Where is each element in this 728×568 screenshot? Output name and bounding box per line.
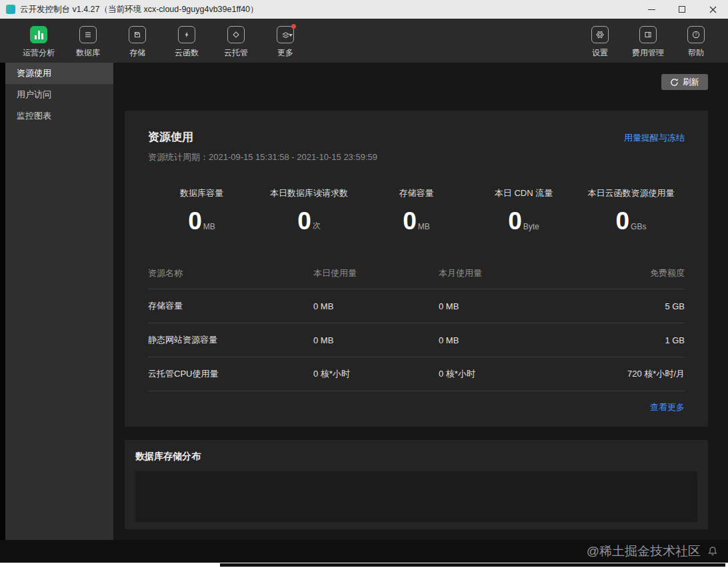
analytics-icon (30, 26, 47, 43)
window-controls (636, 0, 728, 19)
cloud-hosting-icon (227, 26, 245, 43)
stat-cloud-function-usage: 本日云函数资源使用量 0GBs (577, 187, 685, 231)
table-row: 云托管CPU使用量 0 核*小时 0 核*小时 720 核*小时/月 (148, 357, 685, 391)
col-header: 资源名称 (148, 267, 313, 279)
sidebar: 资源使用 用户访问 监控图表 (5, 63, 113, 540)
maximize-button[interactable] (667, 0, 697, 19)
sidebar-item-monitor-charts[interactable]: 监控图表 (5, 105, 113, 127)
stat-db-read-requests: 本日数据库读请求数 0次 (255, 187, 363, 231)
close-button[interactable] (697, 0, 728, 19)
cell-resource-name: 存储容量 (148, 300, 313, 312)
view-more-link[interactable]: 查看更多 (650, 402, 685, 412)
bell-icon (707, 545, 719, 557)
refresh-label: 刷新 (683, 77, 699, 88)
cell-resource-name: 静态网站资源容量 (148, 334, 313, 346)
cell-today-usage: 0 MB (313, 335, 439, 345)
resource-usage-card: 资源使用 资源统计周期：2021-09-15 15:31:58 - 2021-1… (125, 111, 708, 427)
table-row: 静态网站资源容量 0 MB 0 MB 1 GB (148, 323, 685, 357)
db-storage-card: 数据库存储分布 (125, 440, 708, 529)
gear-icon (591, 26, 609, 43)
titlebar: 云开发控制台 v1.4.27（当前环境 xcx-cloud-9guyg4vb39… (0, 0, 728, 19)
toolbar-item-cloud-hosting[interactable]: 云托管 (220, 26, 252, 59)
col-header: 本月使用量 (439, 267, 545, 279)
main-content: 刷新 资源使用 资源统计周期：2021-09-15 15:31:58 - 202… (113, 63, 728, 540)
cell-free-quota: 720 核*小时/月 (545, 368, 685, 380)
minimize-icon (648, 9, 655, 10)
app-logo-icon (6, 5, 15, 14)
stat-unit: MB (418, 222, 430, 231)
refresh-button[interactable]: 刷新 (661, 74, 708, 90)
toolbar-item-help[interactable]: ? 帮助 (680, 26, 712, 59)
table-header-row: 资源名称 本日使用量 本月使用量 免费额度 (148, 262, 685, 289)
stat-value: 0 (297, 211, 311, 231)
stat-value: 0 (508, 211, 522, 231)
stat-unit: GBs (631, 222, 646, 231)
refresh-icon (670, 78, 679, 87)
caret-down-icon (289, 34, 293, 37)
stat-storage-capacity: 存储容量 0MB (363, 187, 470, 231)
bottom-edge-bar (220, 563, 725, 567)
toolbar-item-database[interactable]: 数据库 (72, 26, 104, 59)
sidebar-item-resource-usage[interactable]: 资源使用 (5, 63, 113, 84)
card-head: 资源使用 资源统计周期：2021-09-15 15:31:58 - 2021-1… (148, 129, 685, 163)
more-row: 查看更多 (148, 391, 685, 416)
stat-period: 资源统计周期：2021-09-15 15:31:58 - 2021-10-15 … (148, 151, 377, 163)
more-layers-icon (277, 26, 294, 43)
toolbar: 运营分析 数据库 存储 云函数 云托管 (0, 19, 728, 63)
cloud-function-icon (178, 26, 195, 43)
notification-badge-dot (291, 24, 296, 29)
cell-today-usage: 0 MB (313, 301, 439, 311)
left-edge-strip (0, 63, 5, 540)
cell-month-usage: 0 MB (439, 335, 545, 345)
stat-unit: MB (203, 222, 215, 231)
cell-month-usage: 0 核*小时 (439, 368, 545, 380)
toolbar-item-settings[interactable]: 设置 (584, 26, 616, 59)
toolbar-item-storage[interactable]: 存储 (121, 26, 153, 59)
titlebar-left: 云开发控制台 v1.4.27（当前环境 xcx-cloud-9guyg4vb39… (0, 4, 259, 15)
stat-unit: Byte (523, 222, 539, 231)
billing-icon (639, 26, 657, 43)
cell-resource-name: 云托管CPU使用量 (148, 368, 313, 380)
help-icon: ? (687, 26, 705, 43)
stat-database-capacity: 数据库容量 0MB (148, 187, 255, 231)
cell-free-quota: 5 GB (545, 301, 685, 311)
db-storage-chart-area (135, 471, 697, 522)
stat-value: 0 (403, 211, 417, 231)
table-row: 存储容量 0 MB 0 MB 5 GB (148, 289, 685, 323)
toolbar-item-cloud-function[interactable]: 云函数 (171, 26, 203, 59)
stat-value: 0 (616, 211, 630, 231)
database-icon (79, 26, 97, 43)
bottom-edge-strip (0, 563, 728, 568)
card-title: 资源使用 (148, 129, 377, 145)
close-icon (709, 6, 717, 13)
card-head-left: 资源使用 资源统计周期：2021-09-15 15:31:58 - 2021-1… (148, 129, 377, 163)
usage-alert-link[interactable]: 用量提醒与冻结 (624, 132, 685, 144)
maximize-icon (679, 6, 685, 13)
storage-icon (129, 26, 146, 43)
cell-free-quota: 1 GB (545, 335, 685, 345)
sidebar-item-user-access[interactable]: 用户访问 (5, 84, 113, 105)
app-window: 云开发控制台 v1.4.27（当前环境 xcx-cloud-9guyg4vb39… (0, 0, 728, 568)
minimize-button[interactable] (636, 0, 667, 19)
stat-cdn-traffic: 本日 CDN 流量 0Byte (470, 187, 577, 231)
toolbar-item-analytics[interactable]: 运营分析 (23, 26, 55, 59)
app-body: 资源使用 用户访问 监控图表 刷新 资源使用 资源统计周期：2021-09-15… (0, 63, 728, 540)
cell-month-usage: 0 MB (439, 301, 545, 311)
stat-value: 0 (188, 211, 202, 231)
cell-today-usage: 0 核*小时 (313, 368, 439, 380)
stat-unit: 次 (313, 220, 321, 231)
toolbar-item-more[interactable]: 更多 (269, 26, 301, 59)
toolbar-item-billing[interactable]: 费用管理 (632, 26, 664, 59)
stats-row: 数据库容量 0MB 本日数据库读请求数 0次 存储容量 0MB 本日 CDN 流… (148, 187, 685, 231)
resource-table: 资源名称 本日使用量 本月使用量 免费额度 存储容量 0 MB 0 MB 5 G… (148, 262, 685, 416)
col-header: 本日使用量 (313, 267, 439, 279)
bottom-bar: @稀土掘金技术社区 (0, 540, 728, 563)
watermark-text: @稀土掘金技术社区 (587, 543, 701, 560)
toolbar-right: 设置 费用管理 ? 帮助 (584, 26, 712, 59)
window-title: 云开发控制台 v1.4.27（当前环境 xcx-cloud-9guyg4vb39… (20, 4, 259, 15)
db-storage-card-title: 数据库存储分布 (135, 451, 697, 463)
col-header: 免费额度 (545, 267, 685, 279)
svg-text:?: ? (695, 32, 697, 37)
